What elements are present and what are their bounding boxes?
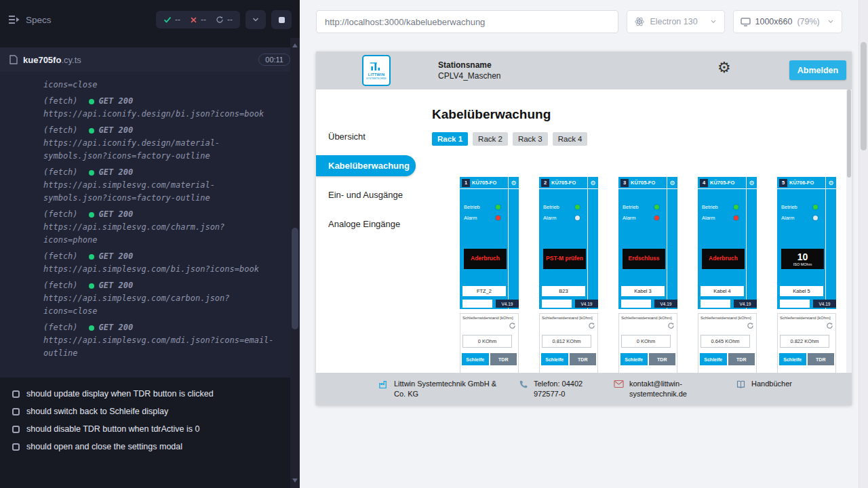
display-text: 10 [797,251,808,262]
betrieb-indicator: Betrieb [781,204,818,210]
logout-button[interactable]: Abmelden [789,60,846,80]
log-entry[interactable]: (fetch)GET 200 https://api.iconify.desig… [0,124,290,163]
device-number-badge: 2 [541,179,549,187]
refresh-icon[interactable] [667,322,675,329]
refresh-icon[interactable] [509,322,516,329]
measurement-panel: Schleifenwiderstand [kOhm] 0.645 KOhm Sc… [698,313,757,375]
tab-rack-2[interactable]: Rack 2 [473,132,508,146]
footer-email[interactable]: kontakt@littwin-systemtechnik.de [614,379,694,399]
schleife-button[interactable]: Schleife [700,353,727,365]
stop-run-button[interactable] [271,10,292,29]
window-scrollbar-thumb[interactable] [861,42,867,150]
tab-rack-1[interactable]: Rack 1 [432,132,468,146]
page-title: Kabelüberwachung [432,107,852,122]
stat-passed: -- [163,15,180,24]
scrollbar-thumb[interactable] [292,228,298,329]
log-entry-type: (fetch) [43,208,78,221]
firmware-version: V4.19 [654,300,677,308]
refresh-icon[interactable] [747,322,754,329]
specs-label: Specs [26,15,52,25]
refresh-icon[interactable] [826,322,833,329]
measurement-label: Schleifenwiderstand [kOhm] [542,316,595,320]
test-item[interactable]: should open and close the settings modal [0,438,290,455]
stop-icon [279,17,285,23]
app-header: LITTWIN SYSTEMTECHNIK Stationsname CPLV4… [316,52,852,89]
tdr-button[interactable]: TDR [649,353,676,365]
tab-rack-3[interactable]: Rack 3 [513,132,548,146]
alarm-indicator: Alarm [702,215,738,221]
measurement-panel: Schleifenwiderstand [kOhm] 0 KOhm Schlei… [618,313,677,375]
schleife-button[interactable]: Schleife [779,353,806,365]
tdr-button[interactable]: TDR [728,353,755,365]
log-entry-url: https://api.simplesvg.com/charm.json?ico… [43,221,275,247]
test-list: should update display when TDR button is… [0,385,290,455]
collapse-all-button[interactable] [245,10,266,29]
test-state-icon [12,408,20,415]
firmware-version: V4.19 [496,300,519,308]
schleife-button[interactable]: Schleife [462,353,489,365]
spec-header[interactable]: kue705fo.cy.ts 00:11 [0,47,300,72]
log-entry[interactable]: (fetch)GET 200 https://api.simplesvg.com… [0,208,290,247]
specs-menu-button[interactable]: Specs [8,15,52,25]
reporter-scrollbar[interactable] [290,38,300,488]
schleife-button[interactable]: Schleife [620,353,648,365]
tab-rack-4[interactable]: Rack 4 [553,132,588,146]
status-ok-dot [89,170,94,176]
device-head: 2 KÜ705-FO [539,177,598,189]
test-title: should open and close the settings modal [26,442,182,451]
test-item[interactable]: should switch back to Schleife display [0,403,290,420]
check-icon [163,16,172,24]
refresh-icon [216,16,224,24]
nav-ein-und-ausgaenge[interactable]: Ein- und Ausgänge [316,184,419,205]
refresh-icon[interactable] [588,322,595,329]
measurement-panel: Schleifenwiderstand [kOhm] 0.822 KOhm Sc… [777,313,836,375]
log-entry-type: (fetch) [43,124,78,137]
nav-uebersicht[interactable]: Übersicht [316,126,419,147]
cable-label: B23 [542,286,585,296]
log-entry[interactable]: (fetch)GET 200 https://api.simplesvg.com… [0,166,290,205]
display-text: Aderbruch [709,256,738,262]
device-card: 1 KÜ705-FO ⚙ Betrieb Alarm Aderbruch [460,177,519,375]
app-scrollbar-thumb[interactable] [847,89,851,178]
nav-kabelueberwachung[interactable]: Kabelüberwachung [316,155,416,176]
test-item[interactable]: should disable TDR button when tdrActive… [0,420,290,438]
log-entry-type: (fetch) [43,95,78,108]
tdr-button[interactable]: TDR [570,353,597,365]
schleife-button[interactable]: Schleife [541,353,568,365]
settings-gear-icon[interactable]: ⚙ [717,60,731,75]
test-state-icon [12,443,20,451]
log-entry[interactable]: (fetch)GET 200 https://api.simplesvg.com… [0,321,290,360]
window-scrollbar[interactable] [859,0,868,488]
log-entry[interactable]: (fetch)GET 200 https://api.iconify.desig… [0,95,290,121]
log-entry-status: GET 200 [89,279,134,292]
browser-select[interactable]: Electron 130 [627,10,724,33]
nav-analoge-eingaenge[interactable]: Analoge Eingänge [316,214,419,235]
status-ok-dot [89,325,94,331]
logo-subtext: SYSTEMTECHNIK [366,77,387,80]
footer-manuals[interactable]: Handbücher [736,379,792,390]
command-log: icons=close (fetch)GET 200 https://api.i… [0,72,290,378]
specs-list-icon [8,15,20,24]
scroll-down-arrow[interactable] [292,479,298,483]
reporter-panel: Specs -- -- -- [0,0,300,488]
address-bar[interactable] [316,10,618,33]
device-display: 10 ISO MOhm [781,249,824,269]
viewport-size: 1000x660 [755,17,793,26]
device-front-panel: 2 KÜ705-FO ⚙ Betrieb Alarm PST-M prüfen [539,177,598,309]
measurement-label: Schleifenwiderstand [kOhm] [701,316,754,320]
log-entry[interactable]: (fetch)GET 200 https://api.simplesvg.com… [0,279,290,318]
app-scrollbar[interactable] [846,89,852,373]
test-item[interactable]: should update display when TDR button is… [0,385,290,403]
measurement-value: 0 KOhm [621,335,671,348]
viewport-select[interactable]: 1000x660 (79%) [733,10,843,33]
tdr-button[interactable]: TDR [808,353,835,365]
betrieb-indicator: Betrieb [623,204,659,210]
scroll-up-arrow[interactable] [292,43,298,47]
betrieb-led [734,205,738,209]
log-entry[interactable]: (fetch)GET 200 https://api.simplesvg.com… [0,250,290,276]
tdr-button[interactable]: TDR [490,353,517,365]
mode-buttons: Schleife TDR [620,353,675,365]
alarm-led [496,216,500,220]
test-title: should switch back to Schleife display [26,407,168,416]
cable-label: Kabel 3 [621,286,665,296]
